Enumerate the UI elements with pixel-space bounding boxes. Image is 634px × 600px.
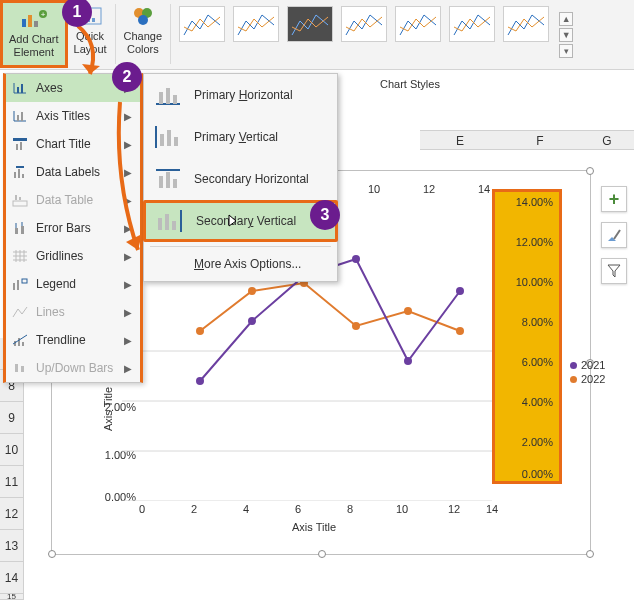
- change-colors-label: Change Colors: [124, 30, 163, 55]
- add-chart-element-label: Add Chart Element: [9, 33, 59, 58]
- y-secondary-tick: 6.00%: [522, 356, 553, 368]
- menu-divider: [150, 246, 331, 247]
- menu-item-trendline[interactable]: Trendline▶: [6, 326, 140, 354]
- submenu-label: Primary Vertical: [184, 130, 278, 144]
- svg-point-26: [352, 255, 360, 263]
- svg-text:+: +: [40, 10, 45, 19]
- svg-rect-1: [28, 15, 32, 27]
- x-tick: 6: [286, 503, 310, 515]
- secondary-axis-highlight: 14.00% 12.00% 10.00% 8.00% 6.00% 4.00% 2…: [492, 189, 562, 484]
- row-header[interactable]: 9: [0, 402, 24, 434]
- submenu-secondary-horizontal[interactable]: Secondary Horizontal: [144, 158, 337, 200]
- row-header[interactable]: 15: [0, 594, 24, 600]
- row-header[interactable]: 12: [0, 498, 24, 530]
- chart-legend[interactable]: 2021 2022: [570, 357, 605, 387]
- change-colors-button[interactable]: Change Colors: [118, 0, 169, 68]
- y-secondary-tick: 0.00%: [522, 468, 553, 480]
- menu-label: Lines: [30, 305, 124, 319]
- chart-styles-scroll[interactable]: ▲▼▾: [559, 6, 573, 58]
- svg-rect-32: [17, 87, 19, 93]
- chart-style-thumb[interactable]: [449, 6, 495, 42]
- chart-style-thumb[interactable]: [233, 6, 279, 42]
- submenu-primary-horizontal[interactable]: Primary Horizontal: [144, 74, 337, 116]
- row-header[interactable]: 13: [0, 530, 24, 562]
- svg-rect-48: [15, 228, 18, 234]
- chevron-right-icon: ▶: [124, 335, 132, 346]
- svg-rect-57: [22, 342, 24, 346]
- svg-rect-39: [16, 144, 18, 150]
- svg-rect-75: [165, 214, 169, 230]
- submenu-label: Secondary Horizontal: [184, 172, 309, 186]
- chart-style-thumb[interactable]: [179, 6, 225, 42]
- svg-rect-0: [22, 19, 26, 27]
- legend-label: 2022: [581, 373, 605, 385]
- submenu-primary-vertical[interactable]: Primary Vertical: [144, 116, 337, 158]
- menu-label: Axis Titles: [30, 109, 124, 123]
- x-tick: 12: [442, 503, 466, 515]
- chart-filter-button[interactable]: [601, 258, 627, 284]
- svg-rect-41: [14, 172, 16, 178]
- add-chart-element-icon: +: [18, 7, 50, 31]
- column-header[interactable]: G: [580, 130, 634, 150]
- svg-rect-60: [21, 366, 24, 372]
- data-table-icon: [10, 191, 30, 209]
- trendline-icon: [10, 331, 30, 349]
- submenu-secondary-vertical[interactable]: Secondary Vertical: [143, 200, 338, 242]
- svg-rect-74: [158, 218, 162, 230]
- primary-vertical-icon: [150, 121, 184, 153]
- svg-rect-50: [21, 226, 24, 234]
- svg-rect-70: [159, 176, 163, 188]
- svg-rect-12: [288, 7, 332, 41]
- chart-style-thumb[interactable]: [341, 6, 387, 42]
- secondary-horizontal-icon: [150, 163, 184, 195]
- svg-rect-63: [166, 88, 170, 104]
- svg-rect-66: [160, 134, 164, 146]
- svg-rect-62: [159, 92, 163, 104]
- menu-label: Up/Down Bars: [30, 361, 124, 375]
- annotation-arrow: [112, 100, 152, 260]
- chart-style-thumb[interactable]: [395, 6, 441, 42]
- svg-rect-52: [13, 283, 15, 290]
- row-header[interactable]: 11: [0, 466, 24, 498]
- menu-label: Data Table: [30, 193, 124, 207]
- row-header[interactable]: 14: [0, 562, 24, 594]
- chevron-right-icon: ▶: [124, 307, 132, 318]
- legend-entry[interactable]: 2021: [570, 359, 605, 371]
- svg-rect-40: [20, 142, 22, 150]
- svg-rect-53: [17, 280, 19, 290]
- menu-label: Trendline: [30, 333, 124, 347]
- chart-brush-button[interactable]: [601, 222, 627, 248]
- svg-rect-44: [16, 166, 24, 168]
- chart-style-thumb[interactable]: [287, 6, 333, 42]
- y-secondary-tick: 12.00%: [516, 236, 553, 248]
- chart-style-thumb[interactable]: [503, 6, 549, 42]
- x-tick: 2: [182, 503, 206, 515]
- svg-rect-71: [166, 172, 170, 188]
- add-chart-element-button[interactable]: + Add Chart Element: [0, 0, 68, 68]
- svg-rect-68: [174, 137, 178, 146]
- separator: [170, 4, 171, 64]
- column-header[interactable]: E: [420, 130, 500, 150]
- x-tick: 0: [130, 503, 154, 515]
- row-header[interactable]: 10: [0, 434, 24, 466]
- svg-line-29: [614, 230, 620, 239]
- x-axis-title[interactable]: Axis Title: [292, 521, 336, 533]
- plus-icon: +: [609, 189, 620, 210]
- svg-point-11: [138, 15, 148, 25]
- column-header[interactable]: F: [500, 130, 580, 150]
- menu-label: Data Labels: [30, 165, 124, 179]
- svg-rect-43: [22, 174, 24, 178]
- svg-rect-2: [34, 21, 38, 27]
- axes-icon: [10, 79, 30, 97]
- annotation-step-3: 3: [310, 200, 340, 230]
- chevron-right-icon: ▶: [124, 279, 132, 290]
- y-axis-title[interactable]: Axis Title: [102, 387, 114, 431]
- updown-icon: [10, 359, 30, 377]
- legend-entry[interactable]: 2022: [570, 373, 605, 385]
- menu-item-legend[interactable]: Legend▶: [6, 270, 140, 298]
- error-bars-icon: [10, 219, 30, 237]
- submenu-more-axis-options[interactable]: More Axis Options...: [144, 251, 337, 277]
- chart-plus-button[interactable]: +: [601, 186, 627, 212]
- chart-styles-gallery[interactable]: ▲▼▾: [173, 0, 579, 58]
- menu-label: Gridlines: [30, 249, 124, 263]
